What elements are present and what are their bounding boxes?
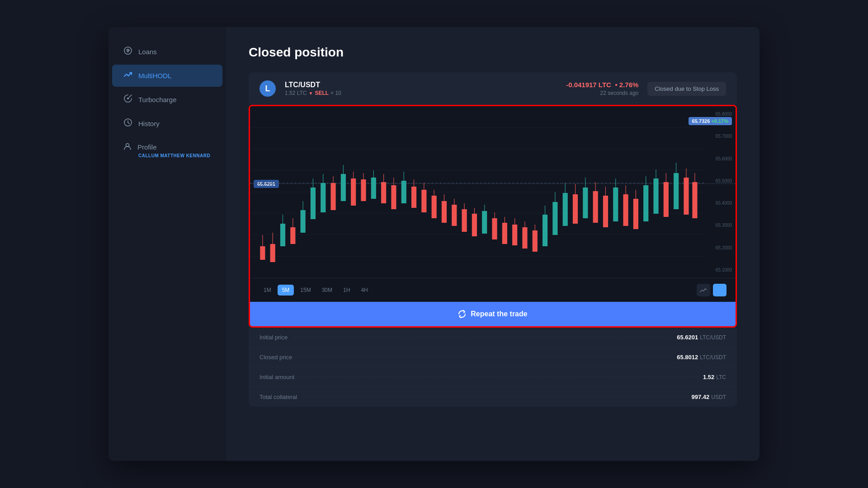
svg-rect-23 — [311, 188, 316, 219]
y-label-3: 65.5000 — [708, 178, 732, 183]
svg-rect-27 — [330, 183, 335, 210]
y-label-5: 65.3000 — [708, 223, 732, 228]
sidebar-label-turbocharge: Turbocharge — [138, 96, 177, 103]
tf-30m[interactable]: 30M — [317, 285, 337, 296]
svg-rect-65 — [522, 227, 527, 249]
sidebar-item-loans[interactable]: Loans — [112, 41, 222, 63]
app-window: Loans MultiHODL — [108, 27, 760, 461]
sidebar-item-profile[interactable]: Profile CALLUM MATTHEW KENNARD — [112, 136, 222, 164]
chart-area: 65.8000 65.7000 65.6000 65.5000 65.4000 … — [250, 106, 736, 278]
svg-rect-77 — [583, 188, 588, 218]
svg-rect-49 — [442, 201, 447, 223]
sidebar-label-multihodl: MultiHODL — [138, 72, 171, 80]
svg-rect-31 — [351, 178, 356, 206]
chart-type-line[interactable] — [697, 284, 710, 296]
tf-5m[interactable]: 5M — [278, 285, 294, 296]
profile-name: CALLUM MATTHEW KENNARD — [138, 153, 212, 158]
repeat-trade-button[interactable]: Repeat the trade — [250, 302, 736, 326]
stat-dots-3 — [300, 377, 698, 377]
repeat-trade-label: Repeat the trade — [471, 310, 527, 318]
svg-rect-57 — [482, 211, 487, 234]
y-axis: 65.8000 65.7000 65.6000 65.5000 65.4000 … — [704, 106, 736, 278]
svg-rect-71 — [552, 202, 557, 235]
stat-dots — [293, 337, 671, 338]
stat-label-initial-amount: Initial amount — [259, 374, 294, 380]
pnl-display: -0.041917 LTC • 2.76% — [566, 81, 638, 89]
svg-rect-35 — [371, 178, 376, 199]
svg-rect-69 — [542, 215, 547, 246]
direction-badge: SELL — [315, 90, 329, 96]
y-label-4: 65.4000 — [708, 201, 732, 206]
sidebar-label-history: History — [138, 120, 160, 127]
tf-1m[interactable]: 1M — [259, 285, 276, 296]
svg-rect-67 — [533, 230, 538, 252]
stat-label-initial-price: Initial price — [259, 334, 288, 341]
svg-rect-61 — [502, 223, 507, 244]
pair-name: LTC/USDT — [285, 81, 557, 89]
svg-rect-79 — [593, 191, 598, 223]
svg-rect-87 — [633, 199, 638, 229]
sidebar-item-multihodl[interactable]: MultiHODL — [112, 65, 222, 87]
outer-frame: Loans MultiHODL — [0, 0, 868, 488]
svg-rect-51 — [452, 205, 457, 226]
y-label-0: 65.8000 — [708, 112, 732, 117]
svg-rect-59 — [492, 218, 497, 239]
multihodl-icon — [123, 70, 133, 81]
sidebar-item-turbocharge[interactable]: Turbocharge — [112, 89, 222, 111]
tf-1h[interactable]: 1H — [339, 285, 354, 296]
stat-value-initial-price: 65.6201LTC/USDT — [677, 334, 726, 341]
svg-rect-81 — [603, 196, 608, 227]
y-label-7: 65.1000 — [708, 267, 732, 272]
arrow-down: ▼ — [308, 91, 313, 96]
svg-rect-73 — [563, 193, 568, 226]
main-content: Closed position L LTC/USDT 1.52 LTC ▼ SE… — [226, 27, 760, 461]
sidebar-label-loans: Loans — [138, 48, 157, 56]
stat-row-initial-amount: Initial amount 1.52LTC — [249, 367, 737, 387]
svg-rect-89 — [643, 185, 648, 221]
svg-rect-19 — [290, 227, 295, 244]
chart-container: 65.8000 65.7000 65.6000 65.5000 65.4000 … — [249, 105, 737, 328]
timeframe-buttons: 1M 5M 15M 30M 1H 4H — [259, 285, 373, 296]
svg-rect-91 — [653, 178, 658, 214]
svg-rect-37 — [381, 182, 386, 203]
coin-icon: L — [259, 80, 276, 97]
status-badge: Closed due to Stop Loss — [647, 82, 726, 96]
chart-type-buttons — [697, 284, 726, 296]
stats-section: Initial price 65.6201LTC/USDT Closed pri… — [249, 328, 737, 407]
history-icon — [123, 118, 133, 129]
time-ago: 22 seconds ago — [566, 90, 638, 96]
pair-details: 1.52 LTC ▼ SELL × 10 — [285, 90, 557, 96]
pnl-pct: • 2.76% — [615, 81, 638, 89]
y-label-1: 65.7000 — [708, 134, 732, 139]
svg-rect-75 — [573, 194, 578, 224]
multiplier: × 10 — [330, 90, 341, 96]
svg-rect-21 — [301, 210, 306, 233]
sidebar-item-history[interactable]: History — [112, 113, 222, 135]
svg-rect-99 — [692, 182, 697, 218]
svg-rect-45 — [421, 190, 426, 212]
stat-row-closed-price: Closed price 65.8012LTC/USDT — [249, 347, 737, 367]
chart-controls: 1M 5M 15M 30M 1H 4H — [250, 278, 736, 302]
svg-rect-25 — [321, 183, 326, 212]
stat-value-closed-price: 65.8012LTC/USDT — [677, 354, 726, 361]
svg-rect-29 — [341, 174, 346, 201]
profile-icon — [123, 142, 132, 152]
stat-value-total-collateral: 997.42USDT — [692, 394, 726, 400]
y-label-6: 65.2000 — [708, 245, 732, 250]
svg-rect-41 — [401, 181, 406, 203]
sidebar: Loans MultiHODL — [108, 27, 226, 461]
stat-value-initial-amount: 1.52LTC — [703, 374, 726, 380]
svg-rect-95 — [674, 173, 679, 209]
svg-rect-13 — [260, 246, 265, 260]
stat-row-initial-price: Initial price 65.6201LTC/USDT — [249, 328, 737, 347]
tf-15m[interactable]: 15M — [296, 285, 315, 296]
stat-label-closed-price: Closed price — [259, 354, 292, 361]
svg-rect-53 — [462, 209, 467, 232]
stat-dots-4 — [302, 397, 686, 397]
svg-rect-15 — [270, 244, 275, 262]
chart-type-candle[interactable] — [713, 284, 726, 296]
stat-label-total-collateral: Total collateral — [259, 394, 297, 400]
tf-4h[interactable]: 4H — [356, 285, 372, 296]
candlestick-chart — [250, 106, 704, 278]
svg-rect-97 — [684, 178, 689, 215]
